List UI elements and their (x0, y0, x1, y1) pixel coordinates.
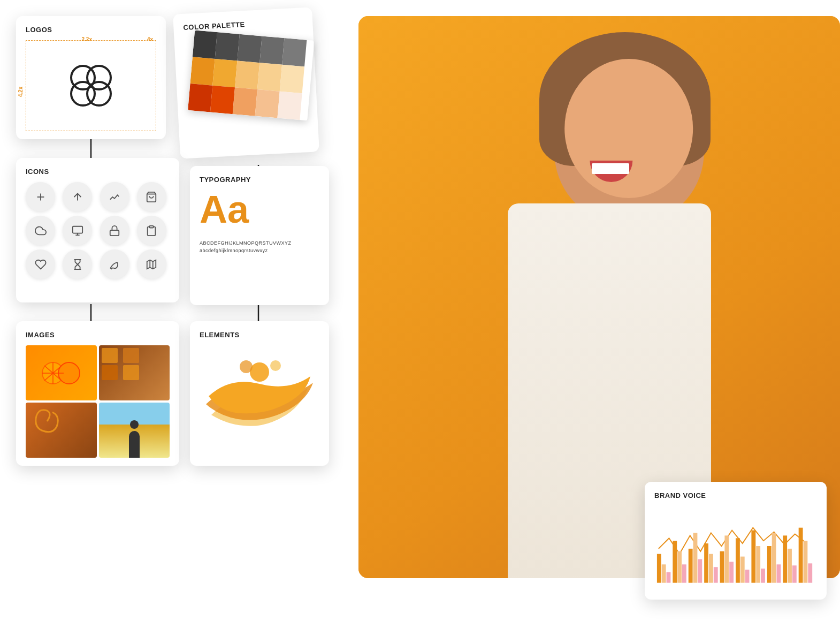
brand-voice-title: BRAND VOICE (654, 491, 817, 499)
svg-rect-49 (724, 535, 729, 582)
typography-card: TYPOGRAPHY Aa ABCDEFGHIJKLMNOPQRSTUVWXYZ… (190, 166, 329, 305)
svg-rect-55 (756, 546, 760, 583)
svg-rect-48 (720, 551, 724, 583)
svg-point-35 (270, 360, 281, 371)
main-container: LOGOS 2.2x 4x 4.2x COLOR PALETTE (0, 0, 840, 621)
typography-title: TYPOGRAPHY (200, 176, 319, 184)
svg-rect-18 (110, 230, 119, 236)
svg-rect-54 (751, 531, 755, 583)
svg-point-33 (250, 362, 269, 382)
icon-leaf (100, 249, 129, 279)
typography-uppercase: ABCDEFGHIJKLMNOPQRSTUVWXYZ (200, 239, 319, 247)
brand-voice-chart (654, 506, 817, 586)
elements-card: ELEMENTS (190, 321, 329, 466)
svg-rect-37 (662, 564, 666, 582)
svg-rect-63 (799, 528, 803, 583)
svg-point-34 (240, 360, 253, 373)
svg-rect-50 (729, 562, 734, 582)
typography-display: Aa (200, 190, 319, 229)
images-card: IMAGES (16, 321, 179, 466)
image-oranges (26, 345, 97, 400)
svg-rect-46 (709, 554, 713, 583)
logos-title: LOGOS (26, 26, 156, 34)
icon-plus (26, 182, 55, 211)
measurement-right: 4x (147, 36, 153, 42)
icon-arrow-up (63, 182, 92, 211)
svg-rect-64 (804, 541, 808, 582)
svg-rect-29 (102, 348, 118, 363)
icon-hourglass (63, 249, 92, 279)
svg-rect-58 (772, 533, 776, 582)
icons-title: ICONS (26, 168, 170, 176)
logos-card: LOGOS 2.2x 4x 4.2x (16, 16, 166, 139)
svg-rect-30 (123, 348, 139, 363)
svg-rect-60 (783, 535, 787, 582)
svg-rect-53 (745, 570, 750, 583)
svg-rect-39 (673, 541, 677, 582)
svg-rect-61 (788, 549, 792, 583)
image-spiral (26, 403, 97, 458)
icon-map (137, 249, 166, 279)
logo-svg (64, 59, 118, 112)
svg-rect-15 (73, 226, 82, 233)
icon-monitor (63, 216, 92, 245)
svg-rect-56 (761, 569, 765, 582)
svg-rect-32 (123, 365, 139, 380)
svg-rect-40 (677, 551, 682, 583)
icon-cloud (26, 216, 55, 245)
svg-rect-19 (150, 225, 154, 228)
icon-clipboard (137, 216, 166, 245)
svg-rect-44 (698, 559, 702, 583)
typography-lowercase: abcdefghijklmnopqrstuvwxyz (200, 247, 319, 254)
brand-voice-bars (654, 506, 817, 586)
svg-point-10 (87, 82, 111, 105)
logos-inner: 2.2x 4x 4.2x (26, 40, 156, 131)
brand-voice-card: BRAND VOICE (645, 482, 827, 600)
color-palette-card: COLOR PALETTE (173, 7, 319, 158)
svg-rect-57 (767, 546, 772, 583)
icon-trend (100, 182, 129, 211)
images-title: IMAGES (26, 331, 170, 339)
svg-rect-38 (667, 572, 671, 583)
measurement-left: 4.2x (18, 87, 24, 97)
elements-illustration (200, 345, 319, 452)
image-field (99, 403, 170, 458)
svg-rect-59 (776, 564, 781, 582)
svg-rect-36 (657, 554, 661, 583)
elements-title: ELEMENTS (200, 331, 319, 339)
svg-rect-65 (808, 563, 812, 582)
images-grid (26, 345, 170, 458)
svg-rect-45 (704, 543, 708, 583)
measurement-top: 2.2x (81, 36, 91, 42)
svg-rect-52 (740, 557, 745, 583)
svg-rect-43 (693, 533, 698, 582)
icon-lock (100, 216, 129, 245)
image-windows (99, 345, 170, 400)
svg-rect-41 (682, 564, 686, 582)
icon-heart (26, 249, 55, 279)
svg-marker-20 (147, 260, 156, 269)
svg-rect-42 (689, 549, 693, 583)
icons-grid (26, 182, 170, 279)
icons-card: ICONS (16, 158, 179, 302)
svg-rect-51 (736, 538, 740, 582)
icon-bag (137, 182, 166, 211)
svg-rect-31 (102, 365, 118, 380)
color-palette-title: COLOR PALETTE (183, 17, 303, 32)
svg-rect-62 (792, 565, 797, 582)
svg-rect-47 (714, 567, 718, 582)
